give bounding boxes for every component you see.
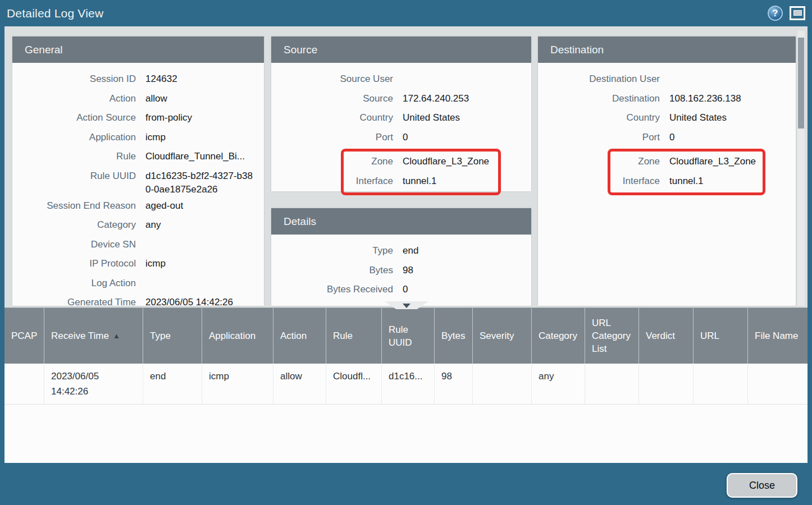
field-value: 108.162.236.138 bbox=[669, 92, 789, 105]
detailed-log-view-dialog: Detailed Log View ? General Session ID12… bbox=[0, 0, 812, 505]
field-row: Port0 bbox=[278, 128, 524, 148]
field-value: 124632 bbox=[145, 72, 257, 86]
field-label: IP Protocol bbox=[19, 257, 136, 270]
field-value: United States bbox=[669, 111, 789, 125]
field-label: Interface bbox=[344, 175, 393, 188]
field-value: Cloudflare_L3_Zone bbox=[403, 155, 498, 168]
field-value: aged-out bbox=[145, 199, 257, 213]
column-header-label: Rule UUID bbox=[389, 323, 428, 349]
column-header-severity[interactable]: Severity bbox=[473, 308, 532, 364]
detail-area-scrollbar[interactable] bbox=[797, 31, 805, 306]
field-row: Bytes98 bbox=[278, 261, 524, 281]
field-label: Bytes Received bbox=[278, 283, 393, 296]
table-cell: 2023/06/05 14:42:26 bbox=[44, 364, 143, 405]
red-highlight-annotation: ZoneCloudflare_L3_ZoneInterfacetunnel.1 bbox=[341, 149, 501, 195]
field-row: Typeend bbox=[278, 241, 524, 261]
field-label: Rule UUID bbox=[19, 169, 136, 183]
field-label: Application bbox=[19, 131, 136, 144]
column-header-receive-time[interactable]: Receive Time▲ bbox=[44, 308, 143, 364]
field-label: Source User bbox=[278, 72, 393, 86]
field-label: Log Action bbox=[19, 277, 136, 290]
field-row: Action Sourcefrom-policy bbox=[19, 108, 257, 128]
column-header-category[interactable]: Category bbox=[532, 308, 585, 364]
table-cell bbox=[639, 364, 694, 405]
dialog-body: General Session ID124632ActionallowActio… bbox=[4, 26, 808, 463]
field-label: Country bbox=[278, 111, 393, 125]
column-header-action[interactable]: Action bbox=[273, 308, 326, 364]
log-table-header: PCAPReceive Time▲TypeApplicationActionRu… bbox=[4, 307, 808, 364]
field-row: Categoryany bbox=[19, 215, 257, 235]
field-value: 0 bbox=[403, 283, 524, 296]
column-header-rule[interactable]: Rule bbox=[326, 308, 382, 364]
table-row[interactable]: 2023/06/05 14:42:26endicmpallowCloudfl..… bbox=[4, 364, 808, 405]
field-label: Action Source bbox=[19, 111, 136, 125]
column-header-label: PCAP bbox=[11, 329, 37, 342]
details-panel-header: Details bbox=[271, 208, 531, 235]
field-value: United States bbox=[403, 111, 524, 125]
field-row: Generated Time2023/06/05 14:42:26 bbox=[19, 293, 257, 306]
column-header-application[interactable]: Application bbox=[202, 308, 273, 364]
field-label: Bytes bbox=[278, 264, 393, 277]
general-panel-header: General bbox=[12, 36, 264, 63]
field-value: 98 bbox=[403, 264, 524, 277]
field-value: allow bbox=[145, 92, 257, 105]
scrollbar-thumb[interactable] bbox=[798, 38, 804, 128]
field-label: Generated Time bbox=[19, 296, 136, 306]
field-value: icmp bbox=[145, 257, 257, 270]
column-header-file-name[interactable]: File Name bbox=[748, 308, 808, 364]
details-panel: Details TypeendBytes98Bytes Received0 bbox=[271, 208, 531, 306]
source-panel-header: Source bbox=[271, 36, 531, 63]
help-icon[interactable]: ? bbox=[768, 6, 783, 21]
column-header-type[interactable]: Type bbox=[143, 308, 202, 364]
column-header-rule-uuid[interactable]: Rule UUID bbox=[382, 308, 435, 364]
field-row: Interfacetunnel.1 bbox=[610, 172, 763, 191]
general-panel: General Session ID124632ActionallowActio… bbox=[12, 36, 264, 306]
log-table-body: 2023/06/05 14:42:26endicmpallowCloudfl..… bbox=[4, 364, 808, 405]
field-row: Session End Reasonaged-out bbox=[19, 196, 257, 216]
field-label: Category bbox=[19, 218, 136, 232]
column-header-label: File Name bbox=[755, 329, 798, 342]
column-header-url[interactable]: URL bbox=[694, 308, 748, 364]
source-panel-fields: Source UserSource172.64.240.253CountryUn… bbox=[271, 63, 531, 197]
field-row: ZoneCloudflare_L3_Zone bbox=[610, 152, 763, 172]
maximize-icon[interactable] bbox=[790, 6, 805, 20]
column-header-label: Severity bbox=[480, 329, 514, 342]
column-header-bytes[interactable]: Bytes bbox=[435, 308, 473, 364]
table-cell: 98 bbox=[435, 364, 473, 405]
table-cell bbox=[748, 364, 808, 405]
maximize-icon-inner bbox=[793, 10, 802, 16]
field-row: Destination108.162.236.138 bbox=[545, 89, 789, 109]
field-label: Country bbox=[545, 111, 660, 125]
column-header-pcap[interactable]: PCAP bbox=[4, 308, 44, 364]
field-label: Type bbox=[278, 244, 393, 258]
field-row: Log Action bbox=[19, 274, 257, 293]
field-row: CountryUnited States bbox=[278, 108, 524, 128]
column-header-label: URL Category List bbox=[592, 316, 633, 355]
sort-ascending-icon: ▲ bbox=[113, 329, 120, 342]
field-label: Action bbox=[19, 92, 136, 105]
titlebar-icons: ? bbox=[768, 6, 805, 21]
field-label: Port bbox=[545, 131, 660, 144]
column-header-url-category-list[interactable]: URL Category List bbox=[585, 308, 639, 364]
field-value: from-policy bbox=[145, 111, 257, 125]
field-row: Source172.64.240.253 bbox=[278, 89, 524, 109]
titlebar: Detailed Log View ? bbox=[0, 0, 812, 26]
field-label: Destination bbox=[545, 92, 660, 105]
field-row: Port0 bbox=[545, 128, 789, 148]
field-value: any bbox=[145, 218, 257, 232]
column-header-verdict[interactable]: Verdict bbox=[639, 308, 694, 364]
destination-panel-fields: Destination UserDestination108.162.236.1… bbox=[538, 63, 796, 197]
table-cell: allow bbox=[273, 364, 326, 405]
field-row: Destination User bbox=[545, 70, 789, 89]
column-header-label: Bytes bbox=[441, 329, 466, 342]
dialog-title: Detailed Log View bbox=[7, 7, 103, 20]
column-header-label: Action bbox=[280, 329, 307, 342]
field-value: end bbox=[403, 244, 524, 258]
source-panel: Source Source UserSource172.64.240.253Co… bbox=[271, 36, 531, 191]
column-header-label: URL bbox=[700, 329, 719, 342]
details-panel-fields: TypeendBytes98Bytes Received0 bbox=[271, 235, 531, 306]
close-button[interactable]: Close bbox=[727, 473, 797, 498]
field-row: Session ID124632 bbox=[19, 70, 257, 89]
table-cell bbox=[4, 364, 44, 405]
field-label: Source bbox=[278, 92, 393, 105]
